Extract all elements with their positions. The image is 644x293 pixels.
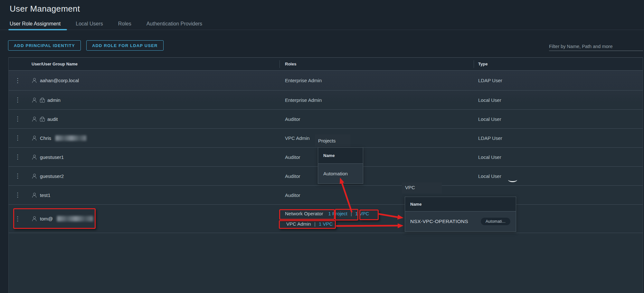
- row-menu-icon[interactable]: ⋮: [15, 216, 21, 222]
- user-roles: Auditor: [279, 173, 474, 179]
- redacted-name-blur: [55, 135, 86, 141]
- user-roles: VPC Admin: [279, 135, 474, 141]
- vpc-name: NSX-VPC-OPERATIONS: [410, 219, 468, 224]
- user-type: Local User: [474, 173, 643, 179]
- column-header-name[interactable]: User/User Group Name: [27, 62, 279, 66]
- column-header-roles[interactable]: Roles: [279, 60, 474, 68]
- table-header-row: User/User Group Name Roles Type: [9, 58, 643, 71]
- tab-local-users[interactable]: Local Users: [76, 18, 103, 30]
- role-vpc-admin: VPC Admin: [286, 221, 311, 227]
- user-name: test1: [40, 192, 51, 198]
- filter-input[interactable]: [549, 42, 643, 51]
- user-type: LDAP User: [474, 78, 643, 83]
- row-menu-icon[interactable]: ⋮: [15, 173, 21, 179]
- user-name: guestuser2: [40, 173, 64, 179]
- user-name: admin: [47, 97, 61, 103]
- table-row-tom[interactable]: ⋮ tom@ Network Operator 1 Project | 1 VP…: [9, 205, 643, 233]
- user-type: Local User: [474, 97, 643, 103]
- user-name: aahan@corp.local: [40, 78, 79, 83]
- user-roles: Auditor: [279, 116, 474, 122]
- user-type: Local User: [474, 154, 643, 160]
- roles-separator: |: [351, 211, 352, 216]
- vpc-count-link-1[interactable]: 1 VPC: [355, 211, 369, 216]
- row-menu-icon[interactable]: ⋮: [15, 135, 21, 141]
- table-row-admin[interactable]: ⋮ admin Enterprise Admin Local User: [9, 91, 643, 110]
- vpc-popup-row[interactable]: NSX-VPC-OPERATIONS Automati...: [405, 211, 516, 231]
- lock-icon: [40, 117, 44, 122]
- table-row-audit[interactable]: ⋮ audit Auditor Local User: [9, 110, 643, 129]
- project-count-link[interactable]: 1 Project: [328, 211, 347, 216]
- user-icon: [32, 117, 37, 122]
- tab-user-role-assignment[interactable]: User Role Assignment: [10, 18, 61, 30]
- row-menu-icon[interactable]: ⋮: [15, 77, 21, 83]
- user-roles: Enterprise Admin: [279, 78, 474, 83]
- user-name: guestuser1: [40, 154, 64, 160]
- user-icon: [32, 136, 37, 141]
- projects-popup-row-automation[interactable]: Automation: [318, 164, 363, 183]
- header-actions-gutter: [9, 58, 27, 70]
- projects-popup-table: Name Automation: [318, 147, 363, 184]
- user-management-page: User Management User Role Assignment Loc…: [0, 0, 644, 293]
- table-row-test1[interactable]: ⋮ test1 Auditor: [9, 186, 643, 205]
- user-icon: [32, 78, 37, 83]
- tab-roles[interactable]: Roles: [118, 18, 131, 30]
- user-icon: [32, 98, 37, 103]
- user-icon: [32, 174, 37, 179]
- add-role-for-ldap-user-button[interactable]: ADD ROLE FOR LDAP USER: [86, 40, 164, 51]
- vpc-popup-column-name: Name: [405, 197, 516, 211]
- projects-popup-column-name: Name: [318, 148, 363, 164]
- row-menu-icon[interactable]: ⋮: [15, 154, 21, 160]
- user-name: audit: [47, 116, 58, 122]
- roles-separator: |: [314, 221, 316, 227]
- lock-icon: [40, 98, 44, 103]
- tab-authentication-providers[interactable]: Authentication Providers: [147, 18, 202, 30]
- user-roles: Enterprise Admin: [279, 97, 474, 103]
- user-type: Local User: [474, 116, 643, 122]
- user-icon: [32, 216, 37, 221]
- row-menu-icon[interactable]: ⋮: [15, 192, 21, 198]
- vpc-popup-title: VPC: [402, 182, 442, 193]
- cursor-artifact-crescent: [508, 177, 517, 182]
- column-header-type[interactable]: Type: [474, 60, 643, 68]
- user-name: tom@: [40, 216, 53, 221]
- user-icon: [32, 155, 37, 160]
- user-icon: [32, 193, 37, 198]
- user-type: LDAP User: [474, 135, 643, 141]
- redacted-name-blur: [57, 216, 93, 221]
- vpc-popup-table: Name NSX-VPC-OPERATIONS Automati...: [405, 197, 516, 232]
- row-menu-icon[interactable]: ⋮: [15, 97, 21, 103]
- vpc-project-badge: Automati...: [480, 217, 511, 226]
- vpc-count-link-2[interactable]: 1 VPC: [319, 221, 333, 227]
- user-roles: Auditor: [279, 154, 474, 160]
- user-name: Chris: [40, 135, 51, 141]
- role-network-operator: Network Operator: [285, 211, 323, 216]
- add-principal-identity-button[interactable]: ADD PRINCIPAL IDENTITY: [8, 40, 81, 51]
- row-menu-icon[interactable]: ⋮: [15, 116, 21, 122]
- page-title: User Management: [10, 4, 80, 14]
- toolbar: ADD PRINCIPAL IDENTITY ADD ROLE FOR LDAP…: [8, 40, 164, 51]
- projects-popup-title: Projects: [315, 134, 350, 147]
- tab-bar: User Role Assignment Local Users Roles A…: [0, 18, 644, 30]
- table-row-aahan[interactable]: ⋮ aahan@corp.local Enterprise Admin LDAP…: [9, 71, 643, 91]
